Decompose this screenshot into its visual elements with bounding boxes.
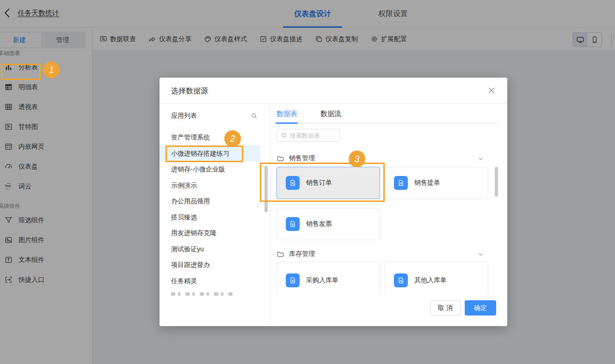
list-item-app[interactable]: 任务精灵 <box>160 273 260 289</box>
list-item-app[interactable]: 资产管理系统 <box>160 129 260 146</box>
group-name: 库存管理 <box>289 250 315 258</box>
annotation-step-2: 2 <box>224 130 241 147</box>
card-grid-inventory: 采购入库单 其他入库单 <box>277 262 488 295</box>
active-tab-underline <box>276 122 298 124</box>
annotation-step-3: 3 <box>349 151 365 167</box>
annotation-box-step2 <box>166 146 243 162</box>
table-search-input[interactable] <box>290 132 336 139</box>
cancel-button[interactable]: 取 消 <box>430 300 461 315</box>
table-card-sales-invoice[interactable]: 销售发票 <box>277 208 380 240</box>
group-inventory-management[interactable]: 库存管理 <box>277 249 497 259</box>
close-icon[interactable] <box>487 86 496 95</box>
list-item-app-clipped[interactable] <box>171 292 234 296</box>
table-card-label: 销售提单 <box>414 179 440 187</box>
group-name: 销售管理 <box>289 154 315 163</box>
datasource-tabs: 数据表 数据流 <box>277 109 341 118</box>
table-search-box <box>277 129 340 142</box>
document-icon <box>286 217 300 231</box>
list-item-app[interactable]: 搭贝臻选 <box>160 209 260 225</box>
table-card-other-inbound[interactable]: 其他入库单 <box>385 262 488 295</box>
tab-track <box>277 123 497 124</box>
document-icon <box>394 176 408 190</box>
annotation-step-1: 1 <box>43 61 60 78</box>
chevron-down-icon[interactable] <box>477 251 484 258</box>
tab-data-flow[interactable]: 数据流 <box>320 109 341 118</box>
search-icon[interactable] <box>250 112 258 120</box>
annotation-box-step3 <box>260 163 385 202</box>
list-item-app[interactable]: 用友进销存克隆 <box>160 225 260 241</box>
document-icon <box>394 273 408 287</box>
table-list-scrollbar[interactable] <box>495 167 498 197</box>
table-card-sales-pick[interactable]: 销售提单 <box>385 167 488 199</box>
list-item-app[interactable]: 测试验证yu <box>160 241 260 257</box>
list-item-app[interactable]: 办公用品领用 <box>160 193 260 209</box>
folder-icon <box>277 250 284 258</box>
table-card-label: 采购入库单 <box>306 276 338 285</box>
app-list-header: 应用列表 <box>160 104 270 127</box>
folder-icon <box>277 155 284 163</box>
tab-data-table[interactable]: 数据表 <box>277 109 297 118</box>
select-datasource-modal: 选择数据源 应用列表 资产管理系统 小微进销存搭建练习 进销存-小微企业版 示例… <box>160 78 507 326</box>
group-sales-management[interactable]: 销售管理 <box>277 154 497 163</box>
list-item-app[interactable]: 项目跟进督办 <box>160 257 260 273</box>
table-card-label: 销售发票 <box>306 220 332 228</box>
modal-title: 选择数据源 <box>171 86 208 96</box>
table-card-label: 其他入库单 <box>414 276 447 285</box>
data-table-pane: 数据表 数据流 销售管理 <box>271 104 507 326</box>
modal-header: 选择数据源 <box>160 78 507 104</box>
app-list-pane: 应用列表 资产管理系统 小微进销存搭建练习 进销存-小微企业版 示例演示 办公用… <box>160 104 271 326</box>
chevron-down-icon[interactable] <box>477 155 484 162</box>
table-card-purchase-inbound[interactable]: 采购入库单 <box>277 262 380 295</box>
search-icon <box>281 132 287 139</box>
app-list-title: 应用列表 <box>171 112 197 120</box>
confirm-button[interactable]: 确定 <box>465 300 496 315</box>
document-icon <box>286 273 300 287</box>
annotation-box-step1 <box>1 64 41 80</box>
list-item-app[interactable]: 进销存-小微企业版 <box>160 161 260 177</box>
list-item-app[interactable]: 示例演示 <box>160 177 260 194</box>
